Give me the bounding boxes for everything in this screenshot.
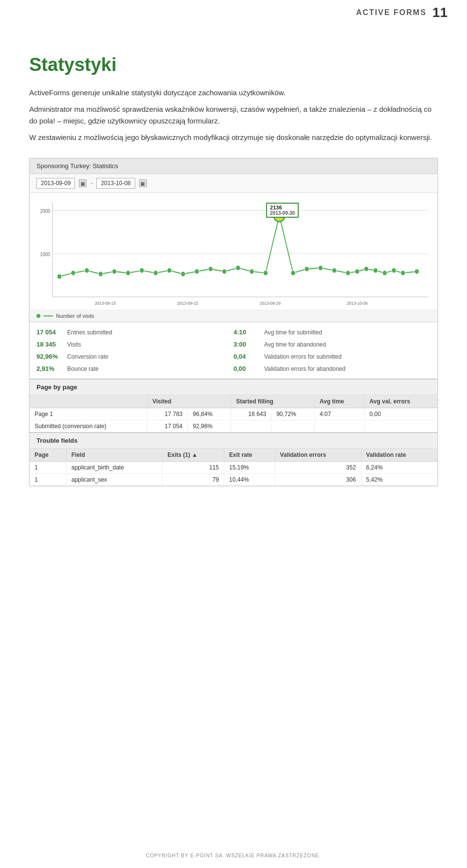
row-visited-pct: 92,96%	[188, 420, 231, 433]
svg-text:2013-09-22: 2013-09-22	[177, 300, 198, 306]
svg-point-13	[98, 272, 103, 277]
stat-label-5: Validation errors for submitted	[264, 353, 341, 360]
date-to[interactable]: 2013-10-08	[96, 178, 135, 189]
svg-text:1000: 1000	[40, 252, 50, 258]
tooltip-value: 2136	[270, 205, 295, 210]
trouble-exits: 79	[162, 474, 224, 486]
row-visited: 17 783	[147, 408, 188, 420]
row-visited: 17 054	[147, 420, 188, 433]
trouble-valerrors: 306	[275, 474, 361, 486]
stat-label-0: Entries submitted	[67, 329, 112, 336]
stat-row-6: 2,91% Bounce rate	[36, 364, 234, 374]
stat-row-5: 0,04 Validation errors for submitted	[234, 351, 431, 362]
page-header: ACTIVE FORMS 11	[0, 0, 467, 25]
stats-section: 17 054 Entries submitted 4:10 Avg time f…	[30, 322, 437, 379]
svg-point-21	[208, 266, 213, 271]
stat-value-4: 92,96%	[36, 353, 63, 360]
row-started-pct: 90,72%	[271, 408, 315, 420]
section-title: Statystyki	[29, 54, 438, 75]
calendar-to-icon[interactable]: ▦	[139, 179, 147, 187]
trouble-fields-table: Page Field Exits (1) ▲ Exit rate Validat…	[30, 449, 437, 486]
svg-point-12	[85, 268, 89, 273]
screenshot-container: Sponsoring Turkey: Statistics 2013-09-09…	[29, 158, 438, 486]
chart-tooltip: 2136 2013-09-30	[266, 203, 299, 218]
col-header-exits: Exits (1) ▲	[162, 449, 224, 462]
stat-row-3: 3:00 Avg time for abandoned	[234, 339, 431, 349]
trouble-exitrate: 15,19%	[224, 462, 275, 474]
row-name: Page 1	[30, 408, 147, 420]
svg-point-33	[364, 266, 368, 271]
stat-value-1: 4:10	[234, 329, 260, 336]
stat-label-4: Conversion rate	[67, 353, 108, 360]
date-from[interactable]: 2013-09-09	[36, 178, 75, 189]
screenshot-title: Sponsoring Turkey: Statistics	[30, 158, 437, 174]
trouble-valerrors: 352	[275, 462, 361, 474]
chart-area: 2136 2013-09-30 2000 1000 2013-09-15 201…	[30, 193, 437, 310]
svg-point-31	[346, 271, 350, 276]
stat-value-5: 0,04	[234, 353, 260, 360]
svg-text:2013-10-06: 2013-10-06	[347, 300, 368, 306]
date-range-row: 2013-09-09 ▦ - 2013-10-08 ▦	[30, 174, 437, 193]
svg-point-32	[355, 269, 359, 274]
svg-point-34	[373, 268, 377, 273]
svg-point-24	[250, 269, 254, 274]
date-separator: -	[90, 180, 92, 187]
col-header-field: Field	[66, 449, 162, 462]
tooltip-date: 2013-09-30	[270, 210, 295, 216]
calendar-from-icon[interactable]: ▦	[79, 179, 87, 187]
table-row: Page 1 17 783 96,84% 16 643 90,72% 4:07 …	[30, 408, 437, 420]
trouble-page: 1	[30, 474, 66, 486]
row-avgtime: 4:07	[315, 408, 365, 420]
stat-value-6: 2,91%	[36, 365, 63, 372]
page-by-page-section: Page by page Visited Started filling Avg…	[30, 379, 437, 432]
legend-dot-icon	[36, 314, 40, 318]
col-header-avgerrors: Avg val. errors	[364, 395, 437, 408]
stat-value-3: 3:00	[234, 341, 260, 348]
svg-point-14	[112, 269, 116, 274]
legend-line-icon	[43, 315, 53, 316]
svg-text:2000: 2000	[40, 208, 50, 214]
trouble-field: applicant_birth_date	[66, 462, 162, 474]
svg-point-11	[71, 271, 75, 276]
row-started	[231, 420, 271, 433]
svg-point-36	[392, 268, 396, 273]
row-avgtime	[315, 420, 365, 433]
stat-label-6: Bounce rate	[67, 365, 99, 372]
svg-point-10	[57, 274, 61, 279]
paragraph-2: Administrator ma możliwość sprawdzenia w…	[29, 104, 438, 127]
svg-point-25	[263, 271, 268, 276]
svg-point-22	[222, 269, 226, 274]
svg-point-23	[236, 265, 240, 270]
svg-point-17	[153, 271, 158, 276]
row-started: 16 643	[231, 408, 271, 420]
trouble-fields-section: Trouble fields Page Field Exits (1) ▲ Ex…	[30, 432, 437, 486]
stat-row-2: 18 345 Visits	[36, 339, 234, 349]
legend-label: Number of visits	[56, 313, 94, 319]
paragraph-3: W zestawieniu z możliwością jego błyskaw…	[29, 132, 438, 143]
col-header-valerrors: Validation errors	[275, 449, 361, 462]
svg-point-15	[126, 271, 130, 276]
page-by-page-table: Visited Started filling Avg time Avg val…	[30, 395, 437, 432]
col-header-started: Started filling	[231, 395, 315, 408]
row-visited-pct: 96,84%	[188, 408, 231, 420]
stat-value-7: 0,00	[234, 365, 260, 372]
svg-point-16	[140, 268, 144, 273]
trouble-valrate: 5,42%	[361, 474, 437, 486]
svg-point-29	[318, 265, 323, 270]
svg-point-18	[167, 268, 171, 273]
stat-label-3: Avg time for abandoned	[264, 341, 326, 348]
stat-row-4: 92,96% Conversion rate	[36, 351, 234, 362]
col-header-visited: Visited	[147, 395, 231, 408]
page-number: 11	[432, 5, 448, 20]
col-header-page-name	[30, 395, 147, 408]
svg-point-27	[291, 271, 295, 276]
col-header-exitrate: Exit rate	[224, 449, 275, 462]
col-header-valrate: Validation rate	[361, 449, 437, 462]
stat-row-1: 4:10 Avg time for submitted	[234, 327, 431, 337]
svg-point-35	[382, 271, 387, 276]
main-content: Statystyki ActiveForms generuje unikalne…	[0, 25, 467, 525]
row-avgerrors: 0,00	[364, 408, 437, 420]
trouble-valrate: 6,24%	[361, 462, 437, 474]
table-row: Submitted (conversion rate) 17 054 92,96…	[30, 420, 437, 433]
row-avgerrors	[364, 420, 437, 433]
